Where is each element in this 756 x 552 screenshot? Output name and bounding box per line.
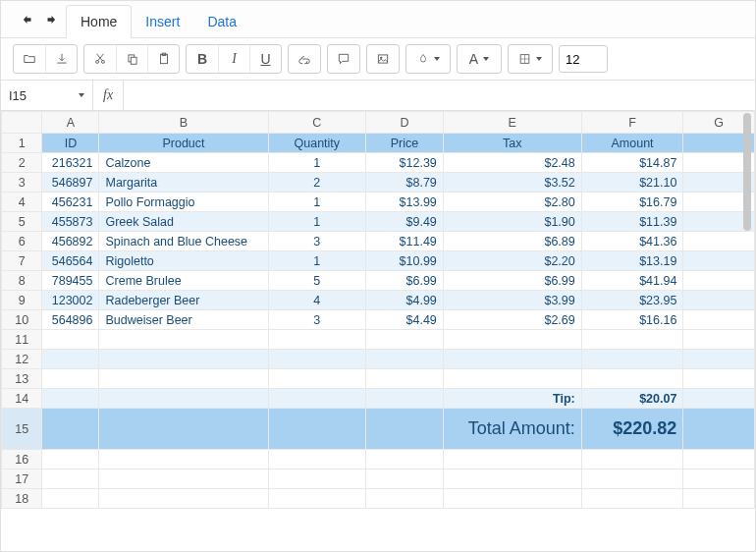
open-button[interactable] xyxy=(14,45,45,73)
row-header[interactable]: 11 xyxy=(2,330,42,350)
cell[interactable] xyxy=(99,389,268,409)
row-header[interactable]: 13 xyxy=(2,369,42,389)
cell[interactable]: $2.48 xyxy=(443,153,581,173)
cell[interactable] xyxy=(443,350,581,369)
col-header[interactable]: A xyxy=(42,112,99,134)
cell[interactable] xyxy=(443,330,581,350)
cell[interactable] xyxy=(42,409,99,450)
cell[interactable]: $2.69 xyxy=(443,310,581,330)
underline-button[interactable]: U xyxy=(249,45,281,73)
cell[interactable]: ID xyxy=(42,134,99,153)
cell[interactable] xyxy=(268,369,366,389)
cell[interactable]: 564896 xyxy=(42,310,99,330)
paste-button[interactable] xyxy=(147,45,179,73)
col-header[interactable]: D xyxy=(366,112,444,134)
cell[interactable] xyxy=(268,330,366,350)
row-header[interactable]: 16 xyxy=(2,450,42,469)
cell[interactable]: 2 xyxy=(268,173,366,193)
download-button[interactable] xyxy=(45,45,77,73)
cell[interactable]: Budweiser Beer xyxy=(99,310,268,330)
cell[interactable]: 546564 xyxy=(42,251,99,271)
cell[interactable]: $3.99 xyxy=(443,291,581,310)
copy-button[interactable] xyxy=(116,45,147,73)
select-all-corner[interactable] xyxy=(2,112,42,134)
redo-icon[interactable] xyxy=(44,13,58,29)
cell[interactable]: $9.49 xyxy=(366,212,444,232)
cell[interactable] xyxy=(42,469,99,489)
cell[interactable]: $14.87 xyxy=(581,153,683,173)
cell[interactable]: Total Amount: xyxy=(443,409,581,450)
cell[interactable]: Rigoletto xyxy=(99,251,268,271)
cell[interactable]: $2.80 xyxy=(443,193,581,212)
cell[interactable] xyxy=(581,330,683,350)
cell[interactable]: 789455 xyxy=(42,271,99,291)
cell[interactable] xyxy=(443,469,581,489)
cell[interactable]: Creme Brulee xyxy=(99,271,268,291)
cell[interactable]: Quantity xyxy=(268,134,366,153)
cell[interactable] xyxy=(366,330,444,350)
cell[interactable] xyxy=(42,369,99,389)
cell[interactable] xyxy=(581,489,683,509)
cell[interactable] xyxy=(99,489,268,509)
cell[interactable]: 3 xyxy=(268,310,366,330)
cell[interactable]: $4.49 xyxy=(366,310,444,330)
cell[interactable] xyxy=(581,369,683,389)
cell[interactable] xyxy=(366,450,444,469)
cell[interactable] xyxy=(268,409,366,450)
cell[interactable] xyxy=(99,469,268,489)
cell[interactable] xyxy=(366,469,444,489)
cell[interactable]: $23.95 xyxy=(581,291,683,310)
tab-home[interactable]: Home xyxy=(66,5,132,38)
cell[interactable]: $21.10 xyxy=(581,173,683,193)
cell[interactable]: $10.99 xyxy=(366,251,444,271)
cell[interactable] xyxy=(366,350,444,369)
cell[interactable]: $1.90 xyxy=(443,212,581,232)
cell[interactable] xyxy=(42,389,99,409)
cell[interactable] xyxy=(268,469,366,489)
formula-input[interactable] xyxy=(124,81,755,110)
tab-data[interactable]: Data xyxy=(193,6,250,37)
cell[interactable] xyxy=(581,350,683,369)
cell[interactable]: 1 xyxy=(268,193,366,212)
col-header[interactable]: E xyxy=(443,112,581,134)
row-header[interactable]: 2 xyxy=(2,153,42,173)
cell[interactable]: $11.39 xyxy=(581,212,683,232)
cell[interactable]: 216321 xyxy=(42,153,99,173)
cell[interactable]: $16.79 xyxy=(581,193,683,212)
image-button[interactable] xyxy=(367,45,399,73)
cell[interactable]: $2.20 xyxy=(443,251,581,271)
col-header[interactable]: F xyxy=(581,112,683,134)
cell[interactable] xyxy=(268,450,366,469)
cell[interactable]: $8.79 xyxy=(366,173,444,193)
cell[interactable]: $16.16 xyxy=(581,310,683,330)
cell[interactable] xyxy=(581,469,683,489)
row-header[interactable]: 12 xyxy=(2,350,42,369)
cell[interactable]: 456892 xyxy=(42,232,99,251)
cell[interactable]: Greek Salad xyxy=(99,212,268,232)
cell[interactable]: 1 xyxy=(268,212,366,232)
row-header[interactable]: 4 xyxy=(2,193,42,212)
cell[interactable]: 455873 xyxy=(42,212,99,232)
cell[interactable] xyxy=(366,369,444,389)
cell[interactable]: 1 xyxy=(268,153,366,173)
cell[interactable] xyxy=(99,450,268,469)
text-color-button[interactable]: A xyxy=(458,45,501,73)
cut-button[interactable] xyxy=(84,45,116,73)
cell[interactable]: Spinach and Blue Cheese xyxy=(99,232,268,251)
cell[interactable] xyxy=(99,369,268,389)
cell[interactable]: $3.52 xyxy=(443,173,581,193)
bold-button[interactable]: B xyxy=(187,45,218,73)
cell[interactable] xyxy=(443,489,581,509)
row-header[interactable]: 5 xyxy=(2,212,42,232)
sheet-grid[interactable]: A B C D E F G 1IDProductQuantityPriceTax… xyxy=(1,111,755,533)
row-header[interactable]: 10 xyxy=(2,310,42,330)
cell[interactable]: 546897 xyxy=(42,173,99,193)
cell[interactable]: Pollo Formaggio xyxy=(99,193,268,212)
cell[interactable]: Amount xyxy=(581,134,683,153)
cell[interactable]: $6.89 xyxy=(443,232,581,251)
cell[interactable]: 5 xyxy=(268,271,366,291)
scrollbar-thumb[interactable] xyxy=(743,113,751,231)
cell-reference-box[interactable]: I15 xyxy=(1,81,93,110)
cell[interactable]: $4.99 xyxy=(366,291,444,310)
row-header[interactable]: 3 xyxy=(2,173,42,193)
